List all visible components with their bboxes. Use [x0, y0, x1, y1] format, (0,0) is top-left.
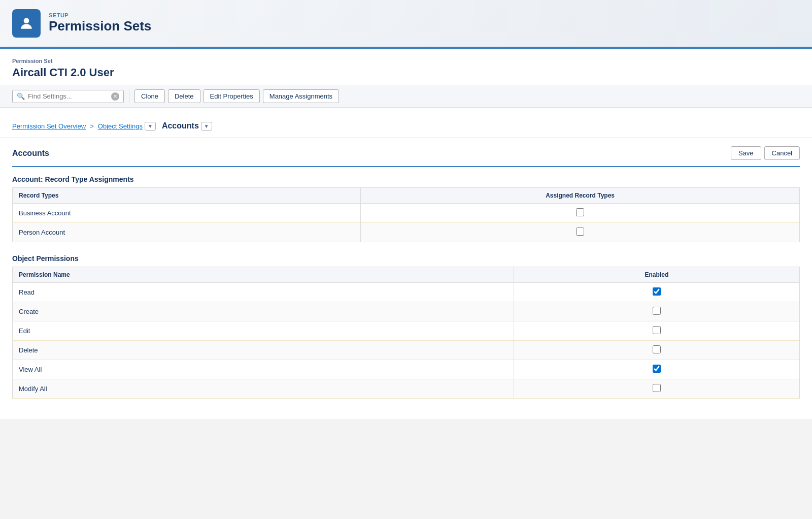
- permission-enabled-cell: [514, 283, 799, 302]
- setup-label: SETUP: [49, 12, 151, 18]
- permission-set-title-area: Permission Set Aircall CTI 2.0 User 🔍 ✕ …: [0, 49, 812, 114]
- toolbar: 🔍 ✕ Clone Delete Edit Properties Manage …: [0, 85, 812, 108]
- overview-link[interactable]: Permission Set Overview: [12, 122, 86, 130]
- search-icon: 🔍: [17, 92, 25, 100]
- permission-row: Delete: [13, 341, 800, 360]
- permission-checkbox[interactable]: [653, 345, 661, 353]
- record-type-row: Person Account: [13, 223, 800, 242]
- record-type-assigned-cell: [361, 204, 800, 223]
- permission-name: Read: [13, 283, 514, 302]
- enabled-col-header: Enabled: [514, 267, 799, 283]
- main-content: Permission Set Aircall CTI 2.0 User 🔍 ✕ …: [0, 49, 812, 419]
- permission-set-label: Permission Set: [12, 58, 800, 64]
- page-header: SETUP Permission Sets: [0, 0, 812, 49]
- action-buttons: Save Cancel: [731, 146, 800, 160]
- permission-checkbox[interactable]: [653, 365, 661, 373]
- permission-checkbox-label[interactable]: [653, 367, 661, 374]
- permission-enabled-cell: [514, 341, 799, 360]
- clear-icon[interactable]: ✕: [111, 92, 119, 101]
- clone-button[interactable]: Clone: [134, 89, 165, 103]
- permission-row: View All: [13, 360, 800, 379]
- permission-enabled-cell: [514, 302, 799, 321]
- permission-name: Modify All: [13, 379, 514, 399]
- permission-checkbox[interactable]: [653, 384, 661, 392]
- object-settings-link[interactable]: Object Settings: [98, 122, 143, 130]
- permission-checkbox[interactable]: [653, 326, 661, 334]
- permission-row: Edit: [13, 321, 800, 341]
- current-page-label: Accounts: [162, 121, 199, 131]
- record-type-assigned-cell: [361, 223, 800, 242]
- permission-checkbox-label[interactable]: [653, 347, 661, 355]
- object-permissions-section-title: Object Permissions: [12, 254, 800, 263]
- assigned-record-types-col-header: Assigned Record Types: [361, 188, 800, 204]
- manage-assignments-button[interactable]: Manage Assignments: [263, 89, 339, 103]
- section-header: Accounts Save Cancel: [12, 146, 800, 160]
- record-type-header-row: Record Types Assigned Record Types: [13, 188, 800, 204]
- permission-name: Delete: [13, 341, 514, 360]
- permission-row: Modify All: [13, 379, 800, 399]
- search-box[interactable]: 🔍 ✕: [12, 90, 124, 103]
- permission-name: Create: [13, 302, 514, 321]
- record-type-checkbox[interactable]: [576, 228, 584, 236]
- record-type-section: Account: Record Type Assignments Record …: [12, 175, 800, 242]
- record-type-row: Business Account: [13, 204, 800, 223]
- permission-checkbox[interactable]: [653, 287, 661, 296]
- section-divider: [12, 166, 800, 167]
- record-type-checkbox-label[interactable]: [576, 230, 584, 237]
- record-types-col-header: Record Types: [13, 188, 361, 204]
- permission-row: Read: [13, 283, 800, 302]
- content-area: Accounts Save Cancel Account: Record Typ…: [0, 138, 812, 419]
- save-button[interactable]: Save: [731, 146, 761, 160]
- record-type-table: Record Types Assigned Record Types Busin…: [12, 187, 800, 242]
- person-icon: [18, 15, 35, 31]
- record-type-checkbox-label[interactable]: [576, 210, 584, 218]
- permission-enabled-cell: [514, 360, 799, 379]
- object-permissions-section: Object Permissions Permission Name Enabl…: [12, 254, 800, 399]
- permission-name: View All: [13, 360, 514, 379]
- permission-enabled-cell: [514, 379, 799, 399]
- permission-checkbox-label[interactable]: [653, 386, 661, 394]
- record-type-name: Business Account: [13, 204, 361, 223]
- permission-checkbox-label[interactable]: [653, 289, 661, 297]
- header-icon: [12, 9, 41, 38]
- page-title: Permission Sets: [49, 18, 151, 34]
- breadcrumb: Permission Set Overview > Object Setting…: [0, 114, 812, 138]
- accounts-dropdown: Accounts ▼: [162, 121, 212, 131]
- cancel-button[interactable]: Cancel: [764, 146, 800, 160]
- permission-enabled-cell: [514, 321, 799, 341]
- search-input[interactable]: [28, 92, 108, 100]
- toolbar-divider: [129, 90, 129, 103]
- object-settings-dropdown: Object Settings ▼: [98, 122, 156, 131]
- edit-properties-button[interactable]: Edit Properties: [204, 89, 260, 103]
- permission-checkbox-label[interactable]: [653, 328, 661, 336]
- permission-name-col-header: Permission Name: [13, 267, 514, 283]
- object-permissions-header-row: Permission Name Enabled: [13, 267, 800, 283]
- accounts-dropdown-button[interactable]: ▼: [201, 122, 212, 131]
- accounts-section-title: Accounts: [12, 149, 49, 158]
- delete-button[interactable]: Delete: [168, 89, 200, 103]
- permission-row: Create: [13, 302, 800, 321]
- record-type-section-title: Account: Record Type Assignments: [12, 175, 800, 183]
- object-permissions-table: Permission Name Enabled Read Create: [12, 267, 800, 399]
- breadcrumb-separator: >: [90, 122, 94, 130]
- permission-name: Edit: [13, 321, 514, 341]
- record-type-checkbox[interactable]: [576, 208, 584, 216]
- permission-checkbox-label[interactable]: [653, 309, 661, 316]
- permission-checkbox[interactable]: [653, 307, 661, 315]
- object-settings-dropdown-button[interactable]: ▼: [145, 122, 156, 131]
- permission-set-name: Aircall CTI 2.0 User: [12, 66, 800, 79]
- svg-point-0: [24, 18, 29, 23]
- header-text: SETUP Permission Sets: [49, 12, 151, 34]
- record-type-name: Person Account: [13, 223, 361, 242]
